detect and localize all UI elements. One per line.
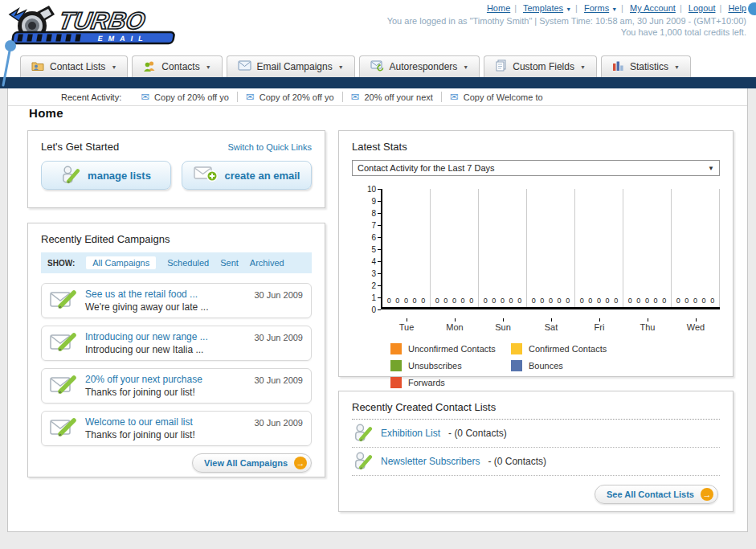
turbo-email-logo: TURBO EMAIL — [5, 2, 198, 51]
campaign-title-link[interactable]: See us at the retail food ... — [85, 289, 198, 300]
chevron-down-icon: ▼ — [206, 64, 211, 70]
bar-value-label: 0 — [662, 297, 666, 305]
recent-activity-label: Recent Activity: — [61, 92, 121, 102]
statistics-icon — [612, 60, 624, 74]
chevron-down-icon: ▼ — [463, 64, 468, 70]
legend-item: Confirmed Contacts — [511, 343, 631, 354]
recent-activity-item[interactable]: ✉Copy of 20% off yo — [238, 92, 343, 102]
campaigns-panel: Recently Edited Campaigns SHOW: All Camp… — [27, 223, 325, 477]
tab-email-campaigns[interactable]: Email Campaigns ▼ — [227, 55, 355, 77]
bar-value-labels: 00000 — [575, 297, 623, 305]
contact-list-row[interactable]: Newsletter Subscribers - (0 Contacts) — [352, 448, 720, 476]
contact-list-edit-icon — [353, 450, 373, 473]
y-axis-label: 8 — [360, 209, 381, 217]
bar-value-label: 0 — [509, 297, 513, 305]
bar-value-label: 0 — [710, 297, 714, 305]
legend-label: Confirmed Contacts — [529, 344, 607, 354]
contact-list-row[interactable]: Exhibition List - (0 Contacts) — [352, 420, 720, 448]
contact-lists-icon — [31, 59, 44, 75]
tab-label: Statistics — [630, 61, 668, 72]
header-link-forms[interactable]: Forms — [584, 3, 609, 13]
bar-value-label: 0 — [452, 297, 456, 305]
switch-quick-links[interactable]: Switch to Quick Links — [227, 142, 312, 152]
campaign-title-link[interactable]: 20% off your next purchase — [85, 374, 202, 385]
campaign-date: 30 Jun 2009 — [254, 287, 303, 300]
bar-value-labels: 00000 — [479, 297, 526, 305]
credits-info: You have 1,000 total credits left. — [387, 27, 746, 37]
tab-contacts[interactable]: Contacts ▼ — [132, 55, 222, 77]
x-axis-label: Fri — [575, 318, 623, 332]
recent-activity-item-label: 20% off your next — [364, 92, 432, 102]
header-link-help[interactable]: Help — [728, 3, 746, 13]
filter-sent[interactable]: Sent — [220, 258, 239, 268]
bar-value-label: 0 — [517, 297, 521, 305]
create-email-icon — [194, 166, 218, 185]
header-link-home[interactable]: Home — [487, 3, 510, 13]
campaign-row[interactable]: See us at the retail food ... We're givi… — [41, 283, 312, 318]
tab-contact-lists[interactable]: Contact Lists ▼ — [20, 55, 128, 77]
x-axis-label: Thu — [623, 318, 672, 332]
campaign-row[interactable]: 20% off your next purchase Thanks for jo… — [41, 368, 312, 404]
tab-custom-fields[interactable]: Custom Fields ▼ — [484, 55, 597, 77]
chart-day-group: 00000 — [527, 189, 575, 307]
contact-list-link[interactable]: Exhibition List — [381, 428, 440, 439]
recent-activity-item[interactable]: ✉20% off your next — [343, 92, 442, 102]
see-all-contact-lists-label: See All Contact Lists — [607, 490, 694, 499]
create-email-button[interactable]: create an email — [182, 161, 312, 190]
recent-activity-item-label: Copy of 20% off yo — [259, 92, 334, 102]
bar-value-label: 0 — [540, 297, 544, 305]
campaign-row[interactable]: Introducing our new range ... Introducin… — [41, 326, 312, 361]
chart-day-group: 00000 — [431, 189, 479, 307]
custom-fields-icon — [495, 59, 507, 74]
get-started-panel: Let's Get Started Switch to Quick Links … — [27, 130, 325, 208]
y-axis-label: 1 — [360, 293, 381, 301]
recent-activity-item-label: Copy of 20% off yo — [154, 92, 229, 102]
recent-activity-item[interactable]: ✉Copy of Welcome to — [442, 92, 551, 102]
legend-swatch — [390, 343, 402, 354]
campaign-title-link[interactable]: Welcome to our email list — [85, 416, 193, 428]
legend-label: Bounces — [529, 361, 563, 371]
tab-statistics[interactable]: Statistics ▼ — [601, 55, 691, 77]
campaign-envelope-edit-icon — [50, 373, 77, 399]
campaign-title-link[interactable]: Introducing our new range ... — [85, 331, 208, 342]
recent-activity-item-label: Copy of Welcome to — [464, 92, 543, 102]
filter-all-campaigns[interactable]: All Campaigns — [86, 256, 156, 269]
chevron-down-icon: ▼ — [111, 64, 116, 70]
link-separator: | — [514, 3, 517, 13]
chevron-down-icon: ▼ — [566, 6, 571, 12]
recent-activity-bar: Recent Activity: ✉Copy of 20% off yo ✉Co… — [8, 88, 747, 106]
view-all-campaigns-button[interactable]: View All Campaigns → — [192, 453, 312, 473]
contact-list-link[interactable]: Newsletter Subscribers — [381, 456, 480, 467]
filter-archived[interactable]: Archived — [250, 258, 284, 268]
y-axis-label: 6 — [360, 233, 381, 241]
link-separator: | — [621, 3, 623, 13]
bar-value-labels: 00000 — [527, 297, 574, 305]
bar-value-labels: 00000 — [431, 297, 478, 305]
legend-label: Forwards — [408, 378, 445, 387]
recent-activity-item[interactable]: ✉Copy of 20% off yo — [133, 92, 238, 102]
y-axis-label: 3 — [360, 269, 381, 277]
campaign-row[interactable]: Welcome to our email list Thanks for joi… — [41, 411, 312, 446]
stats-select[interactable]: Contact Activity for the Last 7 Days ▼ — [352, 160, 720, 176]
header-link-templates[interactable]: Templates — [523, 3, 563, 13]
tab-label: Autoresponders — [390, 61, 458, 72]
x-axis-label: Tue — [382, 318, 431, 332]
legend-swatch — [390, 360, 402, 371]
contact-list-count: - (0 Contacts) — [488, 456, 546, 467]
header-link-my-account[interactable]: My Account — [630, 3, 676, 13]
header-link-logout[interactable]: Logout — [689, 3, 716, 13]
chevron-down-icon: ▼ — [580, 64, 586, 70]
legend-item: Bounces — [511, 360, 631, 371]
manage-lists-button[interactable]: manage lists — [41, 161, 171, 190]
svg-text:TURBO: TURBO — [57, 7, 147, 34]
bar-value-label: 0 — [469, 297, 473, 305]
campaign-date: 30 Jun 2009 — [254, 372, 303, 385]
bar-value-label: 0 — [461, 297, 465, 305]
link-separator: | — [575, 3, 578, 13]
bar-value-labels: 00000 — [672, 297, 719, 305]
filter-scheduled[interactable]: Scheduled — [167, 258, 209, 268]
y-axis-label: 5 — [360, 245, 381, 253]
see-all-contact-lists-button[interactable]: See All Contact Lists → — [595, 485, 718, 504]
get-started-title: Let's Get Started — [41, 141, 119, 153]
tab-autoresponders[interactable]: Autoresponders ▼ — [359, 55, 480, 77]
